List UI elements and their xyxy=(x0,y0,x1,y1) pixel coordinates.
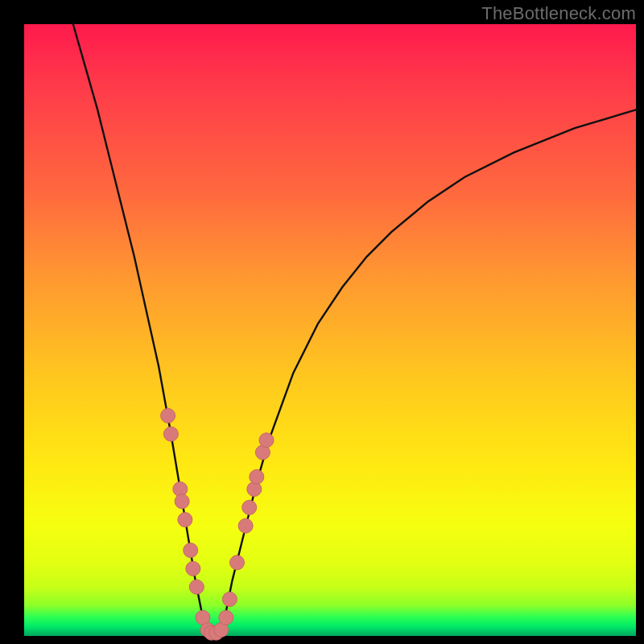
chart-svg xyxy=(24,24,636,636)
curve-marker xyxy=(250,469,264,484)
curve-marker xyxy=(238,518,253,533)
curve-marker xyxy=(163,427,178,441)
curve-marker xyxy=(175,494,189,509)
chart-frame: TheBottleneck.com xyxy=(0,0,644,644)
plot-area xyxy=(24,24,636,636)
bottleneck-curve xyxy=(73,24,636,636)
curve-marker xyxy=(178,513,192,527)
curve-marker xyxy=(242,500,257,514)
curve-marker xyxy=(219,610,233,625)
curve-marker xyxy=(186,561,200,576)
curve-marker xyxy=(189,580,204,594)
curve-marker xyxy=(222,592,237,606)
curve-marker xyxy=(259,433,274,448)
curve-markers xyxy=(161,408,274,640)
curve-marker xyxy=(161,408,175,423)
curve-marker xyxy=(230,555,245,570)
curve-marker xyxy=(184,543,198,558)
watermark-text: TheBottleneck.com xyxy=(481,3,636,24)
